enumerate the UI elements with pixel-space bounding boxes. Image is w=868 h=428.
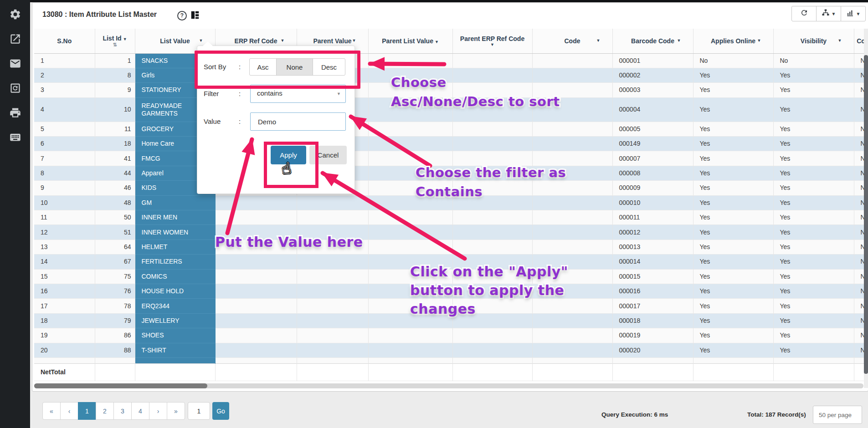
cell-erp_ref_code[interactable]: [215, 343, 297, 357]
cell-code[interactable]: [532, 181, 612, 195]
cell-barcode_code[interactable]: 000020: [612, 343, 693, 357]
cell-parent_erp_ref_code[interactable]: [452, 181, 532, 195]
cell-list_value[interactable]: INNER MEN: [135, 210, 215, 225]
cell-parent_erp_ref_code[interactable]: [452, 269, 532, 284]
cell-parent_list_value[interactable]: [368, 166, 452, 180]
cell-visibility[interactable]: Yes: [773, 151, 854, 166]
cell-parent_erp_ref_code[interactable]: [452, 137, 532, 151]
horizontal-scrollbar[interactable]: [34, 383, 207, 388]
cell-list_value[interactable]: HELMET: [135, 239, 215, 254]
cell-visibility[interactable]: Yes: [773, 239, 854, 254]
cell-code[interactable]: [532, 166, 612, 180]
cell-parent_erp_ref_code[interactable]: [452, 210, 532, 225]
cell-parent_value[interactable]: [297, 269, 368, 284]
cell-visibility[interactable]: No: [773, 53, 854, 68]
cell-visibility[interactable]: Yes: [773, 181, 854, 195]
cell-code[interactable]: [532, 313, 612, 328]
cell-parent_list_value[interactable]: [368, 328, 452, 343]
page-prev-button[interactable]: ‹: [60, 402, 78, 420]
cell-parent_value[interactable]: [297, 299, 368, 313]
cell-parent_erp_ref_code[interactable]: [452, 195, 532, 210]
cell-applies_online[interactable]: Yes: [693, 313, 773, 328]
cell-applies_online[interactable]: Yes: [693, 122, 773, 136]
cell-parent_erp_ref_code[interactable]: [452, 97, 532, 122]
cell-sno[interactable]: 12: [34, 225, 95, 239]
column-header-parent_erp_ref_code[interactable]: Parent ERP Ref Code▼: [452, 29, 532, 53]
cell-applies_online[interactable]: Yes: [693, 343, 773, 357]
column-header-list_id[interactable]: List Id▼⇅: [95, 29, 135, 53]
cell-sno[interactable]: 6: [34, 137, 95, 151]
cell-list_id[interactable]: 9: [95, 83, 135, 97]
help-icon[interactable]: ?: [177, 11, 187, 20]
cell-list_id[interactable]: 8: [95, 68, 135, 82]
cell-list_value[interactable]: JEWELLERY: [135, 313, 215, 328]
page-first-button[interactable]: «: [42, 402, 61, 420]
cell-parent_list_value[interactable]: [368, 83, 452, 97]
cell-visibility[interactable]: Yes: [773, 83, 854, 97]
cell-code[interactable]: [532, 284, 612, 298]
cell-code[interactable]: [532, 255, 612, 269]
cell-parent_erp_ref_code[interactable]: [452, 299, 532, 313]
cell-list_id[interactable]: 46: [95, 181, 135, 195]
cell-parent_erp_ref_code[interactable]: [452, 151, 532, 166]
cell-list_id[interactable]: 88: [95, 343, 135, 357]
cell-parent_list_value[interactable]: [368, 122, 452, 136]
cell-visibility[interactable]: Yes: [773, 210, 854, 225]
cell-barcode_code[interactable]: 000003: [612, 83, 693, 97]
cell-erp_ref_code[interactable]: [215, 210, 297, 225]
cell-parent_value[interactable]: [297, 255, 368, 269]
printer-icon[interactable]: [7, 105, 23, 120]
cell-parent_erp_ref_code[interactable]: [452, 53, 532, 68]
sort-none-button[interactable]: None: [276, 58, 313, 76]
cell-applies_online[interactable]: Yes: [693, 225, 773, 239]
column-header-sno[interactable]: S.No: [34, 29, 95, 53]
cell-visibility[interactable]: Yes: [773, 255, 854, 269]
per-page-select[interactable]: 50 per page: [813, 406, 862, 424]
cell-list_value[interactable]: FERTILIZERS: [135, 255, 215, 269]
cell-sno[interactable]: 14: [34, 255, 95, 269]
cell-erp_ref_code[interactable]: [215, 195, 297, 210]
cell-barcode_code[interactable]: 000013: [612, 239, 693, 254]
keyboard-icon[interactable]: [7, 129, 23, 145]
cell-code[interactable]: [532, 151, 612, 166]
cell-parent_list_value[interactable]: [368, 151, 452, 166]
cell-visibility[interactable]: Yes: [773, 166, 854, 180]
cell-list_id[interactable]: 1: [95, 53, 135, 68]
cancel-button[interactable]: Cancel: [309, 146, 347, 164]
cell-visibility[interactable]: Yes: [773, 328, 854, 343]
cell-parent_erp_ref_code[interactable]: [452, 313, 532, 328]
cell-sno[interactable]: 3: [34, 83, 95, 97]
cell-parent_list_value[interactable]: [368, 299, 452, 313]
cell-parent_value[interactable]: [297, 195, 368, 210]
cell-list_id[interactable]: 67: [95, 255, 135, 269]
cell-sno[interactable]: 8: [34, 166, 95, 180]
cell-parent_erp_ref_code[interactable]: [452, 239, 532, 254]
cell-sno[interactable]: 9: [34, 181, 95, 195]
page-1-button[interactable]: 1: [78, 402, 96, 420]
cell-erp_ref_code[interactable]: [215, 239, 297, 254]
cell-barcode_code[interactable]: 000004: [612, 97, 693, 122]
cell-barcode_code[interactable]: 000012: [612, 225, 693, 239]
grid-icon[interactable]: [190, 10, 200, 22]
cell-list_value[interactable]: SHOES: [135, 328, 215, 343]
page-2-button[interactable]: 2: [96, 402, 114, 420]
cell-list_id[interactable]: 75: [95, 269, 135, 284]
cell-erp_ref_code[interactable]: [215, 284, 297, 298]
cell-sno[interactable]: 20: [34, 343, 95, 357]
filter-operator-select[interactable]: contains ▼: [250, 85, 346, 103]
column-header-applies_online[interactable]: Applies Online▼: [693, 29, 773, 53]
cell-sno[interactable]: 17: [34, 299, 95, 313]
cell-sno[interactable]: 16: [34, 284, 95, 298]
cell-applies_online[interactable]: Yes: [693, 284, 773, 298]
cell-sno[interactable]: 10: [34, 195, 95, 210]
gear-icon[interactable]: [7, 6, 23, 22]
cell-parent_list_value[interactable]: [368, 284, 452, 298]
cell-visibility[interactable]: Yes: [773, 68, 854, 82]
vertical-scrollbar[interactable]: [864, 55, 868, 374]
cell-code[interactable]: [532, 137, 612, 151]
cell-sno[interactable]: 5: [34, 122, 95, 136]
cell-list_id[interactable]: 76: [95, 284, 135, 298]
cell-list_value[interactable]: T-SHIRT: [135, 343, 215, 357]
filter-value-input[interactable]: [250, 112, 346, 131]
cell-applies_online[interactable]: No: [693, 53, 773, 68]
